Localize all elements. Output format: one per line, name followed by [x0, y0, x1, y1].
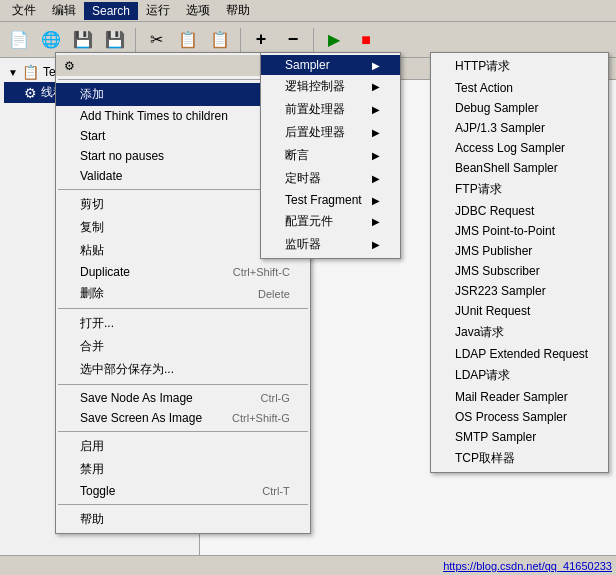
toggle-label: Toggle: [80, 484, 115, 498]
sampler-arrow: ▶: [372, 60, 380, 71]
start-no-pauses-label: Start no pauses: [80, 149, 164, 163]
timer-arrow: ▶: [372, 173, 380, 184]
access-log-label: Access Log Sampler: [455, 141, 565, 155]
menu-pre-processor[interactable]: 前置处理器 ▶: [261, 98, 400, 121]
context-menu-level3: HTTP请求 Test Action Debug Sampler AJP/1.3…: [430, 52, 609, 473]
mail-label: Mail Reader Sampler: [455, 390, 568, 404]
listener-arrow: ▶: [372, 239, 380, 250]
menu-save-node-image[interactable]: Save Node As Image Ctrl-G: [56, 388, 310, 408]
logic-label: 逻辑控制器: [285, 78, 345, 95]
save-node-label: Save Node As Image: [80, 391, 193, 405]
menu-jms-subscriber[interactable]: JMS Subscriber: [431, 261, 608, 281]
menu-smtp-sampler[interactable]: SMTP Sampler: [431, 427, 608, 447]
ldap-label: LDAP请求: [455, 367, 510, 384]
timer-label: 定时器: [285, 170, 321, 187]
debug-label: Debug Sampler: [455, 101, 538, 115]
menu-toggle[interactable]: Toggle Ctrl-T: [56, 481, 310, 501]
menu-delete[interactable]: 删除 Delete: [56, 282, 310, 305]
sep5: [58, 431, 308, 432]
menu-access-log-sampler[interactable]: Access Log Sampler: [431, 138, 608, 158]
menu-logic-controller[interactable]: 逻辑控制器 ▶: [261, 75, 400, 98]
menu-tcp-sampler[interactable]: TCP取样器: [431, 447, 608, 470]
menu-ftp-request[interactable]: FTP请求: [431, 178, 608, 201]
os-label: OS Process Sampler: [455, 410, 567, 424]
menu-test-action[interactable]: Test Action: [431, 78, 608, 98]
menu-java-request[interactable]: Java请求: [431, 321, 608, 344]
menu-post-processor[interactable]: 后置处理器 ▶: [261, 121, 400, 144]
menu-header-icon: ⚙: [64, 59, 75, 73]
menu-assertion[interactable]: 断言 ▶: [261, 144, 400, 167]
menu-save-selection[interactable]: 选中部分保存为...: [56, 358, 310, 381]
disable-label: 禁用: [80, 461, 104, 478]
pre-arrow: ▶: [372, 104, 380, 115]
delete-label: 删除: [80, 285, 104, 302]
menu-jms-publisher[interactable]: JMS Publisher: [431, 241, 608, 261]
toggle-shortcut: Ctrl-T: [262, 485, 290, 497]
sep4: [58, 384, 308, 385]
menu-timer[interactable]: 定时器 ▶: [261, 167, 400, 190]
context-menu-level2: Sampler ▶ 逻辑控制器 ▶ 前置处理器 ▶ 后置处理器 ▶ 断言 ▶ 定…: [260, 52, 401, 259]
smtp-label: SMTP Sampler: [455, 430, 536, 444]
sep3: [58, 308, 308, 309]
assertion-arrow: ▶: [372, 150, 380, 161]
menu-mail-reader[interactable]: Mail Reader Sampler: [431, 387, 608, 407]
think-label: Add Think Times to children: [80, 109, 228, 123]
menu-enable[interactable]: 启用: [56, 435, 310, 458]
junit-label: JUnit Request: [455, 304, 530, 318]
jdbc-label: JDBC Request: [455, 204, 534, 218]
pre-label: 前置处理器: [285, 101, 345, 118]
start-label: Start: [80, 129, 105, 143]
menu-ldap-request[interactable]: LDAP请求: [431, 364, 608, 387]
jsr223-label: JSR223 Sampler: [455, 284, 546, 298]
validate-label: Validate: [80, 169, 122, 183]
menu-config-element[interactable]: 配置元件 ▶: [261, 210, 400, 233]
logic-arrow: ▶: [372, 81, 380, 92]
fragment-label: Test Fragment: [285, 193, 362, 207]
menu-ajp-sampler[interactable]: AJP/1.3 Sampler: [431, 118, 608, 138]
save-screen-label: Save Screen As Image: [80, 411, 202, 425]
menu-jms-p2p[interactable]: JMS Point-to-Point: [431, 221, 608, 241]
help-label: 帮助: [80, 511, 104, 528]
ftp-label: FTP请求: [455, 181, 502, 198]
menu-debug-sampler[interactable]: Debug Sampler: [431, 98, 608, 118]
menu-beanshell-sampler[interactable]: BeanShell Sampler: [431, 158, 608, 178]
delete-shortcut: Delete: [258, 288, 290, 300]
enable-label: 启用: [80, 438, 104, 455]
copy-label: 复制: [80, 219, 104, 236]
menu-save-screen-image[interactable]: Save Screen As Image Ctrl+Shift-G: [56, 408, 310, 428]
menu-help-item[interactable]: 帮助: [56, 508, 310, 531]
post-arrow: ▶: [372, 127, 380, 138]
menu-jdbc-request[interactable]: JDBC Request: [431, 201, 608, 221]
test-action-label: Test Action: [455, 81, 513, 95]
save-node-shortcut: Ctrl-G: [261, 392, 290, 404]
paste-label: 粘贴: [80, 242, 104, 259]
menu-disable[interactable]: 禁用: [56, 458, 310, 481]
post-label: 后置处理器: [285, 124, 345, 141]
merge-label: 合并: [80, 338, 104, 355]
menu-open[interactable]: 打开...: [56, 312, 310, 335]
sampler-label: Sampler: [285, 58, 330, 72]
duplicate-label: Duplicate: [80, 265, 130, 279]
jms-p2p-label: JMS Point-to-Point: [455, 224, 555, 238]
jms-sub-label: JMS Subscriber: [455, 264, 540, 278]
cut-label: 剪切: [80, 196, 104, 213]
fragment-arrow: ▶: [372, 195, 380, 206]
duplicate-shortcut: Ctrl+Shift-C: [233, 266, 290, 278]
menu-listener[interactable]: 监听器 ▶: [261, 233, 400, 256]
menu-http-request[interactable]: HTTP请求: [431, 55, 608, 78]
config-arrow: ▶: [372, 216, 380, 227]
menu-test-fragment[interactable]: Test Fragment ▶: [261, 190, 400, 210]
assertion-label: 断言: [285, 147, 309, 164]
menu-junit-request[interactable]: JUnit Request: [431, 301, 608, 321]
save-selection-label: 选中部分保存为...: [80, 361, 174, 378]
listener-label: 监听器: [285, 236, 321, 253]
menu-os-process[interactable]: OS Process Sampler: [431, 407, 608, 427]
menu-jsr223-sampler[interactable]: JSR223 Sampler: [431, 281, 608, 301]
sep6: [58, 504, 308, 505]
menu-duplicate[interactable]: Duplicate Ctrl+Shift-C: [56, 262, 310, 282]
menu-merge[interactable]: 合并: [56, 335, 310, 358]
jms-pub-label: JMS Publisher: [455, 244, 532, 258]
menu-ldap-extended[interactable]: LDAP Extended Request: [431, 344, 608, 364]
beanshell-label: BeanShell Sampler: [455, 161, 558, 175]
menu-sampler[interactable]: Sampler ▶: [261, 55, 400, 75]
